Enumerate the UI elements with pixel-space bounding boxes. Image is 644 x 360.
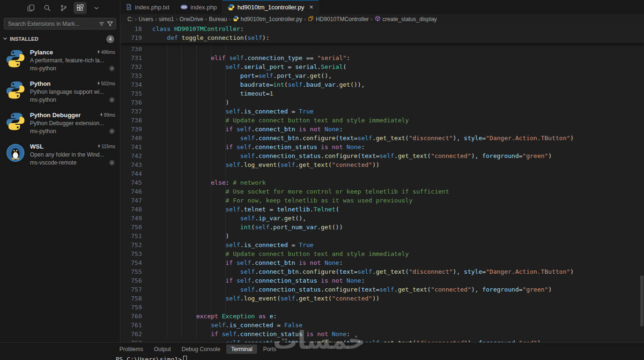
gear-icon[interactable]: [109, 159, 115, 166]
code-line[interactable]: 750 int(self.port_num_var.get()): [120, 223, 644, 232]
line-number[interactable]: 760: [120, 312, 142, 321]
extension-item-python-debugger[interactable]: Python Debugger 99ms Python Debugger ext…: [0, 107, 120, 139]
code-line[interactable]: 761 self.is_connected = False: [120, 321, 644, 330]
filter-lines-icon[interactable]: [98, 21, 105, 27]
breadcrumb-item-method[interactable]: create_status_display: [375, 15, 437, 23]
line-number[interactable]: 748: [120, 205, 142, 214]
line-number[interactable]: 740: [120, 134, 142, 142]
code-line[interactable]: 749 self.ip_var.get(),: [120, 214, 644, 223]
line-number[interactable]: 735: [120, 89, 142, 98]
code-line[interactable]: 753 # Update connect button text and sty…: [120, 249, 644, 258]
panel-tab-output[interactable]: Output: [149, 345, 176, 354]
line-number[interactable]: 752: [120, 240, 142, 249]
code-line[interactable]: 736 ): [120, 98, 644, 107]
extension-item-pylance[interactable]: Pylance 496ms A performant, feature-rich…: [0, 45, 120, 76]
code-line[interactable]: 755 self.connect_btn.configure(text=self…: [120, 267, 644, 276]
line-number[interactable]: 730: [120, 45, 142, 53]
line-number[interactable]: 758: [120, 294, 142, 303]
code-line[interactable]: 745 else: # network: [120, 178, 644, 187]
line-number[interactable]: 738: [120, 116, 142, 125]
sticky-scroll[interactable]: 18class HD9010TMController:719 def toggl…: [120, 24, 644, 43]
breadcrumb-item[interactable]: OneDrive: [179, 16, 203, 22]
code-line[interactable]: 756 if self.connection_status is not Non…: [120, 276, 644, 285]
code-line[interactable]: 732 self.serial_port = serial.Serial(: [120, 62, 644, 71]
code-line[interactable]: 741 if self.connection_status is not Non…: [120, 142, 644, 151]
line-number[interactable]: 759: [120, 303, 142, 312]
breadcrumb-item-class[interactable]: HD9010TMController: [308, 15, 369, 23]
code-line[interactable]: 734 baudrate=int(self.baud_var.get()),: [120, 80, 644, 89]
line-number[interactable]: 753: [120, 249, 142, 258]
line-number[interactable]: 731: [120, 53, 142, 62]
line-number[interactable]: 736: [120, 98, 142, 107]
tab-hd9010tm-controller[interactable]: hd9010tm_1controller.py ×: [222, 0, 319, 14]
code-line[interactable]: 730: [120, 45, 644, 53]
line-number[interactable]: 746: [120, 187, 142, 196]
line-number[interactable]: 18: [120, 24, 142, 33]
line-number[interactable]: 744: [120, 169, 142, 178]
installed-section-header[interactable]: INSTALLED 4: [0, 33, 120, 45]
code-line[interactable]: 751 ): [120, 232, 644, 240]
line-number[interactable]: 732: [120, 62, 142, 71]
code-line[interactable]: 719 def toggle_connection(self):: [120, 33, 644, 42]
code-lines[interactable]: 730731 elif self.connection_type == "ser…: [120, 45, 644, 342]
line-number[interactable]: 739: [120, 125, 142, 134]
extensions-button[interactable]: [74, 2, 87, 14]
code-line[interactable]: 759: [120, 303, 644, 312]
line-number[interactable]: 763: [120, 338, 142, 342]
panel-tab-terminal[interactable]: Terminal: [226, 345, 257, 354]
breadcrumb-item[interactable]: C:: [127, 16, 133, 22]
extensions-search-input[interactable]: [8, 21, 96, 27]
line-number[interactable]: 733: [120, 71, 142, 80]
explorer-button[interactable]: [24, 2, 37, 14]
code-line[interactable]: 731 elif self.connection_type == "serial…: [120, 53, 644, 62]
extension-item-python[interactable]: Python 502ms Python language support wi.…: [0, 76, 120, 107]
line-number[interactable]: 743: [120, 160, 142, 169]
breadcrumb-item-file[interactable]: hd9010tm_1controller.py: [233, 15, 302, 23]
code-line[interactable]: 738 # Update connect button text and sty…: [120, 116, 644, 125]
line-number[interactable]: 750: [120, 223, 142, 232]
line-number[interactable]: 751: [120, 232, 142, 240]
code-line[interactable]: 758 self.log_event(self.get_text("connec…: [120, 294, 644, 303]
panel-tab-ports[interactable]: Ports: [259, 345, 281, 354]
code-line[interactable]: 754 if self.connect_btn is not None:: [120, 258, 644, 267]
funnel-filter-icon[interactable]: [107, 21, 113, 27]
line-number[interactable]: 742: [120, 151, 142, 160]
gear-icon[interactable]: [109, 128, 115, 135]
line-number[interactable]: 747: [120, 196, 142, 205]
breadcrumb-item[interactable]: simo1: [159, 16, 174, 22]
code-line[interactable]: 739 if self.connect_btn is not None:: [120, 125, 644, 134]
panel-tab-problems[interactable]: Problems: [115, 345, 148, 354]
code-line[interactable]: 747 # For now, keep telnetlib as it was …: [120, 196, 644, 205]
search-button[interactable]: [41, 2, 54, 14]
code-line[interactable]: 743 self.log_event(self.get_text("connec…: [120, 160, 644, 169]
code-line[interactable]: 18class HD9010TMController:: [120, 24, 644, 33]
more-views-button[interactable]: [90, 2, 103, 14]
code-line[interactable]: 737 self.is_connected = True: [120, 107, 644, 116]
code-line[interactable]: 760 except Exception as e:: [120, 312, 644, 321]
code-line[interactable]: 742 self.connection_status.configure(tex…: [120, 151, 644, 160]
line-number[interactable]: 756: [120, 276, 142, 285]
tab-index-php-txt[interactable]: index.php.txt: [120, 0, 175, 14]
line-number[interactable]: 737: [120, 107, 142, 116]
terminal-prompt[interactable]: PS C:\Users\simo1>: [0, 355, 644, 360]
gear-icon[interactable]: [109, 65, 115, 72]
line-number[interactable]: 762: [120, 330, 142, 338]
line-number[interactable]: 754: [120, 258, 142, 267]
line-number[interactable]: 749: [120, 214, 142, 223]
code-line[interactable]: 746 # Use socket for more control or kee…: [120, 187, 644, 196]
breadcrumb-item[interactable]: Bureau: [209, 16, 227, 22]
extension-item-wsl[interactable]: WSL 115ms Open any folder in the Wind...…: [0, 139, 120, 170]
code-line[interactable]: 748 self.telnet = telnetlib.Telnet(: [120, 205, 644, 214]
code-line[interactable]: 752 self.is_connected = True: [120, 240, 644, 249]
line-number[interactable]: 745: [120, 178, 142, 187]
code-line[interactable]: 740 self.connect_btn.configure(text=self…: [120, 134, 644, 142]
tab-index-php[interactable]: php index.php: [175, 0, 222, 14]
line-number[interactable]: 734: [120, 80, 142, 89]
breadcrumb-item[interactable]: Users: [139, 16, 153, 22]
code-line[interactable]: 762 if self.connection_status is not Non…: [120, 330, 644, 338]
code-line[interactable]: 733 port=self.port_var.get(),: [120, 71, 644, 80]
line-number[interactable]: 757: [120, 285, 142, 294]
gear-icon[interactable]: [109, 97, 115, 103]
close-icon[interactable]: ×: [309, 4, 313, 10]
code-line[interactable]: 735 timeout=1: [120, 89, 644, 98]
